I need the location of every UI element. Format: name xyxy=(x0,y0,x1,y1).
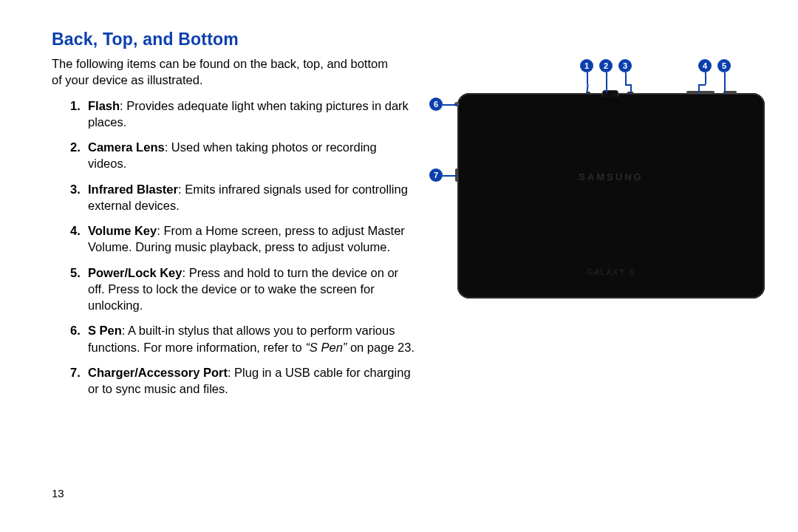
lead-line xyxy=(443,175,457,177)
camera-lens-icon xyxy=(602,90,618,97)
term-s-pen: S Pen xyxy=(88,324,122,337)
callout-2: 2 xyxy=(599,59,613,72)
volume-key-icon xyxy=(686,91,715,94)
lead-line xyxy=(698,84,706,86)
section-heading: Back, Top, and Bottom xyxy=(52,30,783,50)
list-item: Camera Lens: Used when taking photos or … xyxy=(70,139,417,172)
callout-4: 4 xyxy=(698,59,712,72)
lead-line xyxy=(606,72,607,93)
power-lock-key-icon xyxy=(723,91,737,94)
lead-line xyxy=(625,72,627,84)
lead-line xyxy=(698,84,700,93)
term-power-lock-key: Power/Lock Key xyxy=(88,266,182,279)
list-item: Flash: Provides adequate light when taki… xyxy=(70,98,417,131)
subbrand-text: GALAXY S xyxy=(457,267,765,276)
intro-text: The following items can be found on the … xyxy=(52,55,399,89)
callout-1: 1 xyxy=(580,59,593,72)
manual-page: Back, Top, and Bottom The following item… xyxy=(0,0,798,532)
callout-6: 6 xyxy=(429,98,443,111)
desc: : Provides adequate light when taking pi… xyxy=(88,99,409,129)
lead-line xyxy=(705,72,706,84)
brand-text: SAMSUNG xyxy=(457,171,765,183)
list-item: S Pen: A built-in stylus that allows you… xyxy=(70,322,417,355)
tablet-back: SAMSUNG GALAXY S xyxy=(457,93,765,299)
term-flash: Flash xyxy=(88,99,120,112)
lead-line xyxy=(724,72,726,93)
callout-7: 7 xyxy=(429,168,443,182)
list-item: Infrared Blaster: Emits infrared signals… xyxy=(70,181,417,214)
term-infrared-blaster: Infrared Blaster xyxy=(88,183,178,196)
page-number: 13 xyxy=(52,487,64,499)
list-item: Volume Key: From a Home screen, press to… xyxy=(70,222,417,256)
term-charger-port: Charger/Accessory Port xyxy=(88,366,228,379)
term-volume-key: Volume Key xyxy=(88,224,157,237)
callout-5: 5 xyxy=(717,59,731,72)
callout-3: 3 xyxy=(618,59,632,72)
device-diagram: 1 2 3 4 5 6 7 SAMSUNG GALAXY S xyxy=(425,52,772,310)
list-item: Power/Lock Key: Press and hold to turn t… xyxy=(70,265,417,314)
lead-line xyxy=(630,84,632,93)
term-camera-lens: Camera Lens xyxy=(88,140,165,154)
lead-line xyxy=(443,104,457,106)
list-item: Charger/Accessory Port: Plug in a USB ca… xyxy=(70,364,417,398)
feature-list: Flash: Provides adequate light when taki… xyxy=(70,98,417,398)
lead-line xyxy=(587,72,588,84)
cross-ref-tail: on page 23. xyxy=(347,341,415,354)
cross-ref: “S Pen” xyxy=(305,341,347,354)
